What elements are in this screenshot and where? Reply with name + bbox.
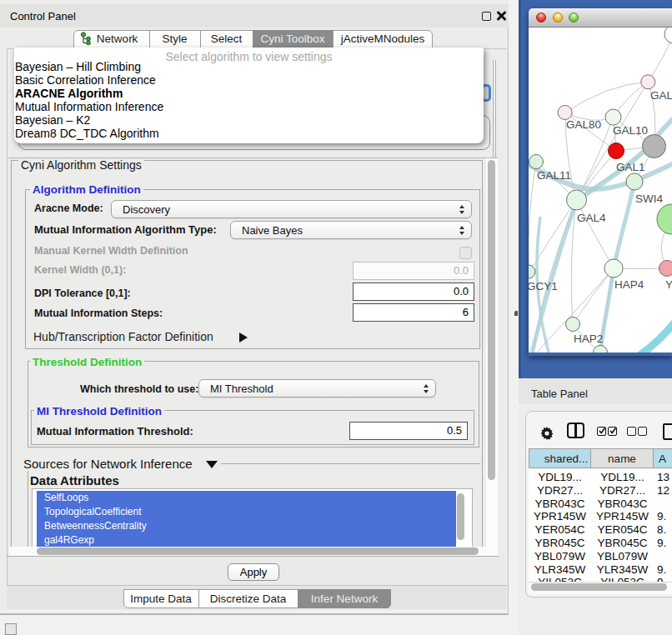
svg-text:GAL11: GAL11 bbox=[537, 169, 571, 182]
svg-text:HAP4: HAP4 bbox=[614, 278, 644, 291]
svg-text:Y: Y bbox=[665, 278, 672, 291]
svg-text:GCY1: GCY1 bbox=[529, 280, 558, 292]
svg-text:GAL80: GAL80 bbox=[566, 118, 601, 131]
svg-text:GAL1: GAL1 bbox=[616, 161, 645, 173]
svg-text:SWI4: SWI4 bbox=[635, 192, 663, 205]
svg-text:GAL: GAL bbox=[650, 89, 672, 102]
svg-text:GAL4: GAL4 bbox=[577, 212, 606, 224]
svg-text:HAP2: HAP2 bbox=[574, 332, 603, 345]
svg-text:GAL10: GAL10 bbox=[613, 124, 648, 137]
